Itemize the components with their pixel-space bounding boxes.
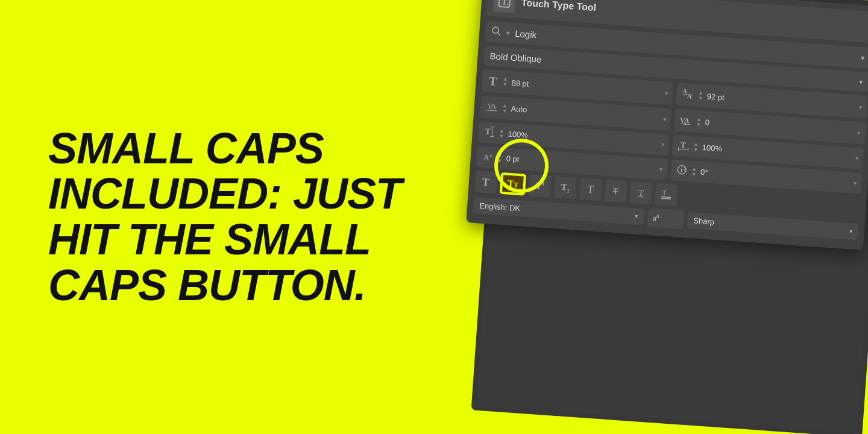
language-dropdown[interactable]: ▾ bbox=[635, 213, 638, 219]
search-icon bbox=[491, 26, 502, 38]
underline-btn[interactable]: T bbox=[629, 181, 652, 204]
main-headline: Small Caps Included: Just Hit The Small … bbox=[48, 126, 401, 308]
baseline-spinners[interactable]: ▲▼ bbox=[497, 153, 503, 164]
antialiasing-value: Sharp bbox=[693, 216, 715, 226]
kerning-value: 0 bbox=[705, 118, 854, 137]
headline-line5: Caps Button. bbox=[48, 261, 366, 309]
rotation-value: 0° bbox=[700, 168, 851, 187]
regular-t-icon: T bbox=[482, 175, 489, 189]
strikethrough-btn[interactable]: T bbox=[604, 180, 627, 203]
language-value: English: DK bbox=[479, 201, 521, 213]
headline-line1: Small Caps bbox=[48, 124, 324, 172]
font-size-value: 88 pt bbox=[511, 78, 662, 97]
leading-icon: A A bbox=[681, 86, 695, 102]
font-style-value: Bold Oblique bbox=[489, 51, 542, 64]
tracking-dropdown[interactable]: ▾ bbox=[663, 116, 667, 122]
regular-text-btn[interactable]: T bbox=[474, 171, 497, 193]
svg-text:A: A bbox=[687, 92, 692, 100]
subscript-icon: T1 bbox=[561, 181, 570, 193]
baseline-shift-icon: Aa bbox=[481, 151, 494, 163]
double-underline-icon: T bbox=[660, 187, 673, 202]
horiz-scale-value: 100% bbox=[702, 143, 852, 162]
svg-line-29 bbox=[661, 198, 671, 199]
leading-dropdown[interactable]: ▾ bbox=[859, 103, 863, 110]
main-panel-wrap: T Touch Type Tool ▾ Logik bbox=[466, 0, 868, 250]
svg-line-3 bbox=[508, 4, 509, 5]
antialiasing-dropdown[interactable]: ▾ bbox=[849, 228, 852, 234]
size-spinners[interactable]: ▲▼ bbox=[502, 77, 508, 88]
baseline-value: 0 pt bbox=[506, 154, 656, 173]
svg-text:A: A bbox=[491, 102, 497, 111]
headline-line2: Included: bbox=[48, 169, 281, 218]
font-dropdown-arrow: ▾ bbox=[860, 53, 864, 61]
ttt-label: Touch Type Tool bbox=[521, 0, 596, 13]
kerning-icon: VA bbox=[679, 113, 693, 128]
vert-scale-icon: T bbox=[483, 125, 496, 140]
svg-line-5 bbox=[498, 33, 500, 35]
svg-line-17 bbox=[492, 127, 492, 137]
svg-line-21 bbox=[679, 149, 688, 149]
main-panel: T Touch Type Tool ▾ Logik bbox=[466, 0, 868, 250]
svg-text:T: T bbox=[485, 127, 491, 136]
horiz-scale-icon: T bbox=[677, 139, 690, 153]
vert-scale-dropdown[interactable]: ▾ bbox=[661, 141, 665, 148]
search-divider: ▾ bbox=[506, 28, 511, 37]
antialias-label-field: aa bbox=[647, 208, 685, 229]
leading-spinners[interactable]: ▲▼ bbox=[697, 90, 703, 101]
rotation-spinners[interactable]: ▲▼ bbox=[691, 166, 697, 177]
horiz-scale-dropdown[interactable]: ▾ bbox=[855, 155, 859, 162]
font-size-icon: T bbox=[486, 74, 500, 88]
aa-icon: aa bbox=[652, 212, 659, 224]
vert-scale-value: 100% bbox=[508, 129, 658, 148]
superscript-icon: T1 bbox=[535, 180, 545, 192]
tracking-icon: V A bbox=[485, 99, 499, 115]
panels-wrapper: Character T Touch Type Tool bbox=[466, 0, 868, 250]
kerning-spinners[interactable]: ▲▼ bbox=[696, 116, 702, 128]
size-dropdown[interactable]: ▾ bbox=[665, 90, 668, 96]
subscript-btn[interactable]: T1 bbox=[554, 176, 577, 199]
baseline-dropdown[interactable]: ▾ bbox=[659, 166, 663, 172]
superscript-btn[interactable]: T1 bbox=[529, 174, 552, 197]
plain-t-icon: T bbox=[587, 183, 594, 196]
underline-icon: T bbox=[638, 187, 644, 198]
tracking-value: Auto bbox=[511, 104, 660, 124]
horiz-scale-spinners[interactable]: ▲▼ bbox=[693, 141, 699, 153]
ttt-icon: T bbox=[493, 0, 516, 13]
headline-line4: Hit The Small bbox=[48, 215, 371, 263]
plain-text-btn[interactable]: T bbox=[579, 178, 602, 201]
double-underline-btn[interactable]: T bbox=[655, 183, 678, 206]
vert-scale-spinners[interactable]: ▲▼ bbox=[498, 128, 505, 139]
svg-text:T: T bbox=[502, 0, 508, 7]
headline-line3: Just bbox=[293, 169, 401, 218]
svg-point-4 bbox=[492, 27, 499, 34]
left-section: Small Caps Included: Just Hit The Small … bbox=[0, 0, 446, 434]
rotation-dropdown[interactable]: ▾ bbox=[854, 180, 857, 186]
panel-area: Character T Touch Type Tool bbox=[410, 0, 868, 434]
svg-text:T: T bbox=[679, 167, 684, 173]
strikethrough-icon: T bbox=[612, 186, 618, 197]
small-caps-icon: TT bbox=[507, 178, 518, 190]
style-dropdown-arrow: ▾ bbox=[859, 77, 863, 86]
svg-text:T: T bbox=[662, 189, 667, 198]
tracking-spinners[interactable]: ▲▼ bbox=[502, 102, 508, 114]
leading-value: 92 pt bbox=[706, 92, 856, 111]
svg-line-28 bbox=[661, 197, 671, 197]
kerning-dropdown[interactable]: ▾ bbox=[857, 130, 861, 136]
rotation-icon: T bbox=[675, 163, 688, 178]
small-caps-btn[interactable]: TT bbox=[500, 172, 526, 196]
svg-text:T: T bbox=[681, 140, 687, 149]
